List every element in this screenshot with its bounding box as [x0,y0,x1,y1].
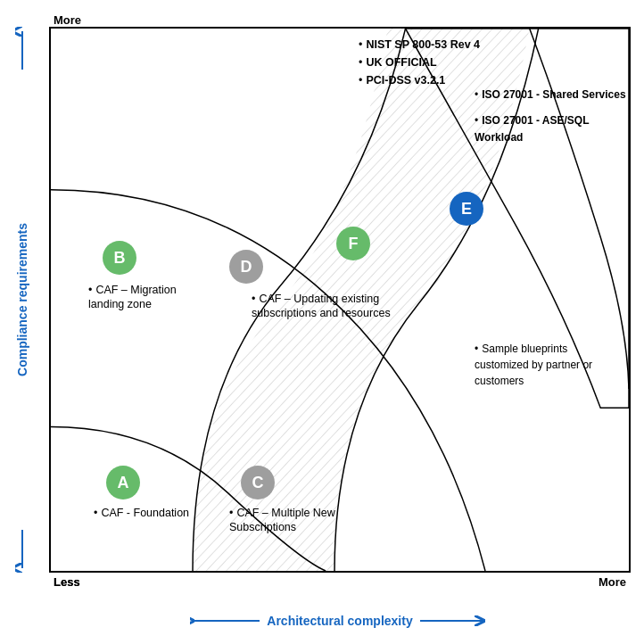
chart-area: A •CAF - Foundation B •CAF – Migration l… [49,27,631,573]
y-arrow-down-icon [15,528,29,573]
label-c: •CAF – Multiple New Subscriptions [229,506,359,535]
x-more-label: More [599,575,626,589]
y-arrow-up-icon [15,27,29,71]
badge-c: C [241,466,275,500]
top-right-standards: •NIST SP 800-53 Rev 4 •UK OFFICIAL •PCI-… [359,36,480,89]
sample-blueprints: •Sample blueprints customized by partner… [475,341,622,389]
badge-d: D [229,250,263,284]
y-axis-label: Compliance requirements [0,27,45,573]
x-arrow-right-icon [418,614,490,628]
label-d: •CAF – Updating existing subscriptions a… [252,292,394,321]
x-less-label: Less [54,575,80,589]
y-axis-text: Compliance requirements [15,223,29,376]
x-axis-text: Architectural complexity [267,614,412,628]
y-more-label: More [54,13,81,27]
x-arrow-left-icon [190,614,261,628]
label-b: •CAF – Migration landing zone [88,283,204,312]
outer-container: More Less Less More Compliance requireme… [0,0,644,644]
badge-a: A [106,466,140,500]
x-axis-row: Architectural complexity [49,614,631,628]
badge-b: B [103,241,136,275]
badge-e: E [450,192,483,226]
label-a: •CAF - Foundation [94,506,189,520]
iso-standards: •ISO 27001 - Shared Services •ISO 27001 … [475,87,626,147]
badge-f: F [336,227,370,260]
